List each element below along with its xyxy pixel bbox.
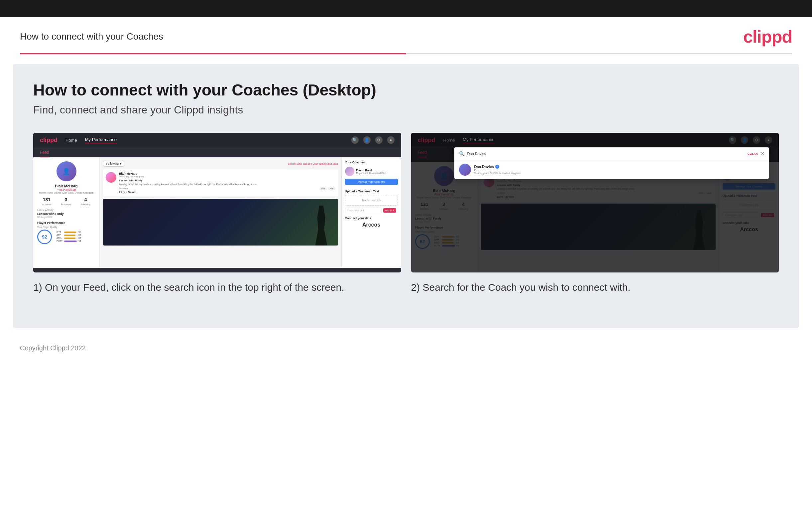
feed-tab-bar: Feed (33, 147, 401, 157)
result-avatar (459, 164, 471, 176)
result-club: Sunningdale Golf Club, United Kingdom (474, 172, 521, 175)
main-title: How to connect with your Coaches (Deskto… (33, 81, 779, 99)
screenshot-1: clippd Home My Performance 🔍 👤 ⚙ ● Feed (33, 133, 401, 294)
activities-stat: 131 Activities (42, 197, 51, 206)
add-link-btn[interactable]: Add Link (383, 208, 396, 213)
mock-screen-2: clippd Home My Performance 🔍 👤 ⚙ ● Feed (411, 133, 779, 272)
lesson-sub: Yesterday · Sunningdale (119, 175, 335, 178)
screenshots-row: clippd Home My Performance 🔍 👤 ⚙ ● Feed (33, 133, 779, 294)
nav-icons-1: 🔍 👤 ⚙ ● (351, 136, 394, 144)
lesson-title: Lesson with Fordy (119, 179, 335, 182)
lesson-card: Blair McHarg Yesterday · Sunningdale Les… (103, 169, 338, 196)
search-header: 🔍 Dan Davies CLEAR × (455, 147, 769, 160)
coaches-section-title: Your Coaches (345, 161, 398, 164)
search-icon-nav[interactable]: 🔍 (351, 136, 359, 144)
duration-row: Duration OTT APP (119, 187, 335, 190)
result-name: Dan Davies ✓ (474, 165, 521, 169)
coach-name-card: Blair McHarg (119, 172, 335, 175)
avatar-nav[interactable]: ● (387, 136, 394, 144)
profile-avatar-1: 👤 (56, 161, 77, 181)
main-content: How to connect with your Coaches (Deskto… (13, 64, 799, 328)
quality-bars: OTT 90 APP 85 ARG (56, 231, 81, 243)
search-input-mock[interactable]: Dan Davies (467, 152, 748, 156)
off-tag: OTT (320, 187, 327, 190)
trackman-input[interactable]: Trackman Link (345, 208, 382, 213)
total-quality-label: Total Player Quality (37, 226, 95, 228)
mock-screen-1: clippd Home My Performance 🔍 👤 ⚙ ● Feed (33, 133, 401, 272)
top-bar (0, 0, 812, 17)
mock-nav-1: clippd Home My Performance 🔍 👤 ⚙ ● (33, 133, 401, 147)
close-search-button[interactable]: × (761, 151, 764, 157)
verified-badge: ✓ (495, 165, 499, 169)
profile-handicap-1: Plus Handicap (37, 188, 95, 191)
trackman-placeholder: Trackman Link (345, 195, 398, 206)
following-button[interactable]: Following ▾ (103, 161, 124, 167)
profile-location-1: Royal North Devon Golf Club, United King… (37, 191, 95, 194)
middle-panel-1: Following ▾ Control who can see your act… (100, 157, 341, 268)
footer: Copyright Clippd 2022 (0, 338, 812, 358)
left-panel-1: 👤 Blair McHarg Plus Handicap Royal North… (33, 157, 100, 268)
followers-stat: 3 Followers (61, 197, 71, 206)
profile-stats-1: 131 Activities 3 Followers 4 Following (37, 197, 95, 206)
arccos-logo: Arccos (345, 222, 398, 228)
profile-name-1: Blair McHarg (37, 184, 95, 188)
main-subtitle: Find, connect and share your Clippd insi… (33, 104, 779, 116)
control-link[interactable]: Control who can see your activity and da… (288, 162, 338, 165)
coach-name-right: David Ford (356, 169, 386, 172)
app-tag: APP (328, 187, 335, 190)
coach-club-right: Royal North Devon Golf Club (356, 172, 386, 174)
search-overlay: 🔍 Dan Davies CLEAR × Dan Davies ✓ Pro (455, 147, 769, 179)
manage-coaches-btn[interactable]: Manage Your Coaches (345, 179, 398, 185)
nav-home-1: Home (65, 138, 77, 143)
coach-details: David Ford Royal North Devon Golf Club (356, 169, 386, 174)
tag-row: OTT APP (320, 187, 335, 190)
clippd-logo: clippd (743, 27, 792, 47)
connect-title: Connect your data (345, 217, 398, 220)
nav-performance-1: My Performance (85, 137, 117, 143)
following-header: Following ▾ Control who can see your act… (103, 161, 338, 167)
duration-label: Duration (119, 187, 128, 189)
coach-avatar-right (345, 167, 354, 176)
step-2-label: 2) Search for the Coach you wish to conn… (411, 281, 779, 294)
upload-title: Upload a Trackman Test (345, 189, 398, 193)
golfer-silhouette (312, 206, 331, 246)
settings-icon-nav[interactable]: ⚙ (375, 136, 383, 144)
lesson-info: Blair McHarg Yesterday · Sunningdale Les… (119, 172, 335, 194)
right-panel-1: Your Coaches David Ford Royal North Devo… (341, 157, 401, 268)
coach-avatar-card (106, 172, 116, 183)
latest-activity-label: Latest Activity (37, 209, 95, 212)
performance-title: Player Performance (37, 221, 95, 224)
coach-item: David Ford Royal North Devon Golf Club (345, 167, 398, 176)
mock-body-1: 👤 Blair McHarg Plus Handicap Royal North… (33, 157, 401, 268)
result-type: Pro (474, 169, 521, 172)
feed-tab[interactable]: Feed (40, 150, 49, 157)
photo-strip (103, 199, 338, 246)
user-icon-nav[interactable]: 👤 (363, 136, 371, 144)
result-details: Dan Davies ✓ Pro Sunningdale Golf Club, … (474, 165, 521, 175)
search-result-item[interactable]: Dan Davies ✓ Pro Sunningdale Golf Club, … (455, 160, 769, 179)
search-icon-overlay: 🔍 (459, 151, 465, 156)
copyright: Copyright Clippd 2022 (20, 344, 86, 352)
header: How to connect with your Coaches clippd (0, 17, 812, 53)
following-stat: 4 Following (81, 197, 91, 206)
duration-time: 01 hr : 30 min (119, 190, 335, 194)
page-title: How to connect with your Coaches (20, 31, 163, 42)
activity-date: 03 Aug 2022 (37, 216, 95, 219)
activity-name: Lesson with Fordy (37, 212, 95, 216)
header-divider (20, 53, 792, 54)
nav-logo-1: clippd (40, 137, 57, 144)
lesson-text: Looking to feel like my hands are exitin… (119, 183, 335, 186)
quality-score: 92 (37, 229, 52, 244)
screenshot-2: clippd Home My Performance 🔍 👤 ⚙ ● Feed (411, 133, 779, 294)
step-1-label: 1) On your Feed, click on the search ico… (33, 281, 401, 294)
clear-button[interactable]: CLEAR (748, 152, 758, 155)
